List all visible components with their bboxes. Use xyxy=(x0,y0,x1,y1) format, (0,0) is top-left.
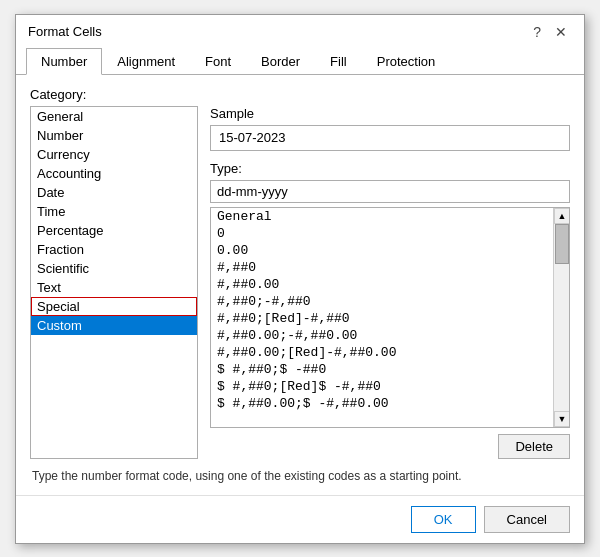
cancel-button[interactable]: Cancel xyxy=(484,506,570,533)
format-item[interactable]: #,##0.00 xyxy=(211,276,553,293)
category-item[interactable]: Text xyxy=(31,278,197,297)
type-input[interactable] xyxy=(210,180,570,203)
category-item[interactable]: Percentage xyxy=(31,221,197,240)
category-item[interactable]: Currency xyxy=(31,145,197,164)
category-item[interactable]: Special xyxy=(31,297,197,316)
format-scrollbar[interactable]: ▲ ▼ xyxy=(553,208,569,427)
main-content: GeneralNumberCurrencyAccountingDateTimeP… xyxy=(30,106,570,459)
format-item[interactable]: #,##0 xyxy=(211,259,553,276)
tab-protection[interactable]: Protection xyxy=(362,48,451,75)
tab-alignment[interactable]: Alignment xyxy=(102,48,190,75)
category-item[interactable]: Time xyxy=(31,202,197,221)
format-item[interactable]: #,##0;-#,##0 xyxy=(211,293,553,310)
format-cells-dialog: Format Cells ? ✕ Number Alignment Font B… xyxy=(15,14,585,544)
scrollbar-up-arrow[interactable]: ▲ xyxy=(554,208,570,224)
category-list-wrapper: GeneralNumberCurrencyAccountingDateTimeP… xyxy=(30,106,198,459)
format-list[interactable]: General00.00#,##0#,##0.00#,##0;-#,##0#,#… xyxy=(211,208,553,427)
help-button[interactable]: ? xyxy=(528,23,546,41)
category-item[interactable]: Scientific xyxy=(31,259,197,278)
category-label: Category: xyxy=(30,87,570,102)
format-item[interactable]: #,##0.00;-#,##0.00 xyxy=(211,327,553,344)
tab-border[interactable]: Border xyxy=(246,48,315,75)
type-label: Type: xyxy=(210,161,570,176)
format-item[interactable]: 0.00 xyxy=(211,242,553,259)
category-item[interactable]: Custom xyxy=(31,316,197,335)
ok-button[interactable]: OK xyxy=(411,506,476,533)
format-item[interactable]: 0 xyxy=(211,225,553,242)
dialog-title: Format Cells xyxy=(28,24,102,39)
sample-value: 15-07-2023 xyxy=(210,125,570,151)
delete-button[interactable]: Delete xyxy=(498,434,570,459)
category-item[interactable]: Date xyxy=(31,183,197,202)
tab-fill[interactable]: Fill xyxy=(315,48,362,75)
delete-row: Delete xyxy=(210,434,570,459)
title-bar: Format Cells ? ✕ xyxy=(16,15,584,41)
sample-label: Sample xyxy=(210,106,570,121)
dialog-body: Category: GeneralNumberCurrencyAccountin… xyxy=(16,75,584,495)
scrollbar-down-arrow[interactable]: ▼ xyxy=(554,411,570,427)
hint-text: Type the number format code, using one o… xyxy=(30,469,570,483)
close-button[interactable]: ✕ xyxy=(550,23,572,41)
format-list-container: General00.00#,##0#,##0.00#,##0;-#,##0#,#… xyxy=(210,207,570,428)
title-controls: ? ✕ xyxy=(528,23,572,41)
right-panel: Sample 15-07-2023 Type: General00.00#,##… xyxy=(210,106,570,459)
category-item[interactable]: Fraction xyxy=(31,240,197,259)
tab-font[interactable]: Font xyxy=(190,48,246,75)
format-item[interactable]: $ #,##0.00;$ -#,##0.00 xyxy=(211,395,553,412)
format-item[interactable]: $ #,##0;[Red]$ -#,##0 xyxy=(211,378,553,395)
tab-number[interactable]: Number xyxy=(26,48,102,75)
dialog-footer: OK Cancel xyxy=(16,495,584,543)
scrollbar-thumb[interactable] xyxy=(555,224,569,264)
category-item[interactable]: General xyxy=(31,107,197,126)
format-item[interactable]: #,##0;[Red]-#,##0 xyxy=(211,310,553,327)
format-item[interactable]: General xyxy=(211,208,553,225)
left-panel: GeneralNumberCurrencyAccountingDateTimeP… xyxy=(30,106,198,459)
format-item[interactable]: $ #,##0;$ -##0 xyxy=(211,361,553,378)
category-item[interactable]: Accounting xyxy=(31,164,197,183)
tab-bar: Number Alignment Font Border Fill Protec… xyxy=(16,41,584,75)
category-list[interactable]: GeneralNumberCurrencyAccountingDateTimeP… xyxy=(31,107,197,458)
format-item[interactable]: #,##0.00;[Red]-#,##0.00 xyxy=(211,344,553,361)
category-item[interactable]: Number xyxy=(31,126,197,145)
